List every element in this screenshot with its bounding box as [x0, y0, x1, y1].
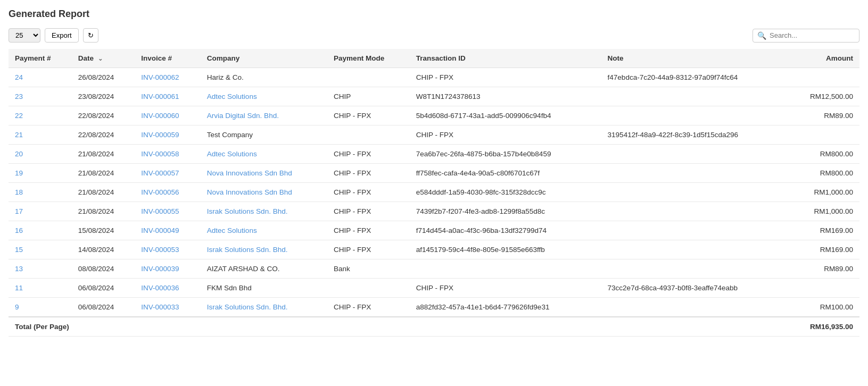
cell-transaction-id: 7439f2b7-f207-4fe3-adb8-1299f8a55d8c	[410, 202, 601, 221]
payment-link[interactable]: 21	[15, 131, 23, 139]
cell-payment-mode	[327, 125, 410, 145]
table-row: 2222/08/2024INV-000060Arvia Digital Sdn.…	[9, 106, 859, 125]
company-link[interactable]: Nova Innovations Sdn Bhd	[207, 169, 292, 177]
cell-invoice-num: INV-000062	[135, 68, 201, 87]
cell-amount: RM169.00	[787, 221, 859, 240]
payment-link[interactable]: 13	[15, 265, 23, 273]
col-date[interactable]: Date ⌄	[72, 49, 135, 68]
cell-note	[601, 183, 787, 202]
invoice-link[interactable]: INV-000055	[141, 207, 179, 215]
company-link[interactable]: Israk Solutions Sdn. Bhd.	[207, 303, 288, 311]
invoice-link[interactable]: INV-000053	[141, 246, 179, 254]
payment-link[interactable]: 18	[15, 188, 23, 196]
payment-link[interactable]: 11	[15, 284, 23, 292]
search-input[interactable]	[770, 31, 855, 39]
cell-note: 73cc2e7d-68ca-4937-b0f8-3eaffe74eabb	[601, 279, 787, 298]
cell-note	[601, 240, 787, 259]
refresh-icon: ↻	[88, 31, 94, 39]
col-payment-num: Payment #	[9, 49, 72, 68]
cell-transaction-id: 5b4d608d-6717-43a1-add5-009906c94fb4	[410, 106, 601, 125]
cell-invoice-num: INV-000053	[135, 240, 201, 259]
table-footer: Total (Per Page) RM16,935.00	[9, 317, 859, 337]
invoice-link[interactable]: INV-000049	[141, 226, 179, 234]
cell-date: 22/08/2024	[72, 125, 135, 145]
table-row: 1106/08/2024INV-000036FKM Sdn BhdCHIP - …	[9, 279, 859, 298]
invoice-link[interactable]: INV-000039	[141, 265, 179, 273]
payment-link[interactable]: 15	[15, 246, 23, 254]
payment-link[interactable]: 22	[15, 112, 23, 120]
cell-transaction-id	[410, 259, 601, 279]
cell-transaction-id: a882fd32-457a-41e1-b6d4-779626fd9e31	[410, 298, 601, 317]
col-note: Note	[601, 49, 787, 68]
invoice-link[interactable]: INV-000057	[141, 169, 179, 177]
cell-payment-mode: CHIP	[327, 87, 410, 106]
cell-invoice-num: INV-000059	[135, 125, 201, 145]
cell-invoice-num: INV-000049	[135, 221, 201, 240]
refresh-button[interactable]: ↻	[83, 28, 98, 43]
cell-amount: RM12,500.00	[787, 87, 859, 106]
table-body: 2426/08/2024INV-000062Hariz & Co.CHIP - …	[9, 68, 859, 317]
payment-link[interactable]: 23	[15, 93, 23, 100]
cell-payment-num: 22	[9, 106, 72, 125]
cell-payment-num: 20	[9, 145, 72, 164]
header-row: Payment # Date ⌄ Invoice # Company Payme…	[9, 49, 859, 68]
cell-payment-mode: CHIP - FPX	[327, 106, 410, 125]
invoice-link[interactable]: INV-000059	[141, 131, 179, 139]
cell-payment-num: 18	[9, 183, 72, 202]
cell-invoice-num: INV-000039	[135, 259, 201, 279]
payment-link[interactable]: 19	[15, 169, 23, 177]
cell-company: Hariz & Co.	[201, 68, 327, 87]
company-link[interactable]: Israk Solutions Sdn. Bhd.	[207, 207, 288, 215]
payment-link[interactable]: 17	[15, 207, 23, 215]
cell-amount: RM100.00	[787, 298, 859, 317]
cell-amount: RM89.00	[787, 259, 859, 279]
invoice-link[interactable]: INV-000060	[141, 112, 179, 120]
cell-payment-mode: CHIP - FPX	[327, 164, 410, 183]
cell-note	[601, 259, 787, 279]
invoice-link[interactable]: INV-000062	[141, 73, 179, 81]
cell-invoice-num: INV-000057	[135, 164, 201, 183]
cell-company: Adtec Solutions	[201, 221, 327, 240]
invoice-link[interactable]: INV-000056	[141, 188, 179, 196]
invoice-link[interactable]: INV-000061	[141, 93, 179, 100]
cell-amount: RM1,000.00	[787, 183, 859, 202]
table-row: 2323/08/2024INV-000061Adtec SolutionsCHI…	[9, 87, 859, 106]
payment-link[interactable]: 9	[15, 303, 19, 311]
company-link[interactable]: Israk Solutions Sdn. Bhd.	[207, 246, 288, 254]
cell-payment-num: 11	[9, 279, 72, 298]
cell-note	[601, 298, 787, 317]
footer-row: Total (Per Page) RM16,935.00	[9, 317, 859, 337]
payment-link[interactable]: 20	[15, 150, 23, 158]
table-row: 1308/08/2024INV-000039AIZAT ARSHAD & CO.…	[9, 259, 859, 279]
cell-invoice-num: INV-000055	[135, 202, 201, 221]
cell-payment-mode: CHIP - FPX	[327, 221, 410, 240]
cell-payment-mode: CHIP - FPX	[327, 145, 410, 164]
report-table: Payment # Date ⌄ Invoice # Company Payme…	[9, 49, 859, 337]
payment-link[interactable]: 24	[15, 73, 23, 81]
col-payment-mode: Payment Mode	[327, 49, 410, 68]
export-button[interactable]: Export	[45, 28, 79, 43]
cell-note: 3195412f-48a9-422f-8c39-1d5f15cda296	[601, 125, 787, 145]
invoice-link[interactable]: INV-000033	[141, 303, 179, 311]
cell-payment-num: 24	[9, 68, 72, 87]
cell-payment-num: 9	[9, 298, 72, 317]
cell-invoice-num: INV-000060	[135, 106, 201, 125]
company-link[interactable]: Adtec Solutions	[207, 93, 257, 100]
invoice-link[interactable]: INV-000058	[141, 150, 179, 158]
cell-date: 06/08/2024	[72, 298, 135, 317]
invoice-link[interactable]: INV-000036	[141, 284, 179, 292]
cell-amount	[787, 125, 859, 145]
cell-note	[601, 202, 787, 221]
cell-invoice-num: INV-000036	[135, 279, 201, 298]
table-row: 906/08/2024INV-000033Israk Solutions Sdn…	[9, 298, 859, 317]
cell-date: 26/08/2024	[72, 68, 135, 87]
cell-company: FKM Sdn Bhd	[201, 279, 327, 298]
per-page-select[interactable]: 25 10 50 100	[9, 28, 40, 43]
company-link[interactable]: Arvia Digital Sdn. Bhd.	[207, 112, 279, 120]
cell-company: Arvia Digital Sdn. Bhd.	[201, 106, 327, 125]
company-link[interactable]: Nova Innovations Sdn Bhd	[207, 188, 292, 196]
company-link[interactable]: Adtec Solutions	[207, 226, 257, 234]
payment-link[interactable]: 16	[15, 226, 23, 234]
company-link[interactable]: Adtec Solutions	[207, 150, 257, 158]
cell-company: Israk Solutions Sdn. Bhd.	[201, 298, 327, 317]
